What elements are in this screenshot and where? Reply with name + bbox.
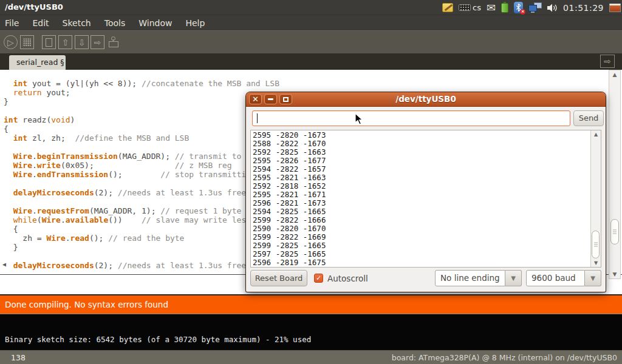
chevron-down-icon[interactable]: ▼ [505,270,522,286]
scroll-up-icon[interactable]: ▲ [609,72,620,78]
window-titlebar[interactable]: ✕ /dev/ttyUSB0 [246,92,606,107]
serial-monitor-icon [109,41,118,47]
tab-serial-read[interactable]: serial_read § [9,55,66,70]
menu-sketch[interactable]: Sketch [56,16,98,30]
autoscroll-checkbox[interactable]: ✓ [314,274,323,283]
code-line: zh = Wire.read(); // read the byte [4,234,279,243]
tab-strip: serial_read § ⇨ [0,53,622,70]
menu-window[interactable]: Window [132,16,179,30]
code-line: while(Wire.available()) // slave may wri… [4,215,279,224]
save-button[interactable]: ⇩ [75,35,89,49]
mail-icon[interactable]: ✉ [487,3,496,12]
serial-output-area[interactable]: 2595 -2820 -16732588 -2822 -16702592 -28… [250,130,601,268]
serial-line: 2595 -2826 -1677 [253,157,326,165]
scrollbar-thumb[interactable] [592,231,600,258]
serial-send-input[interactable] [252,110,570,126]
serial-line: 2596 -2819 -1675 [253,258,326,267]
tab-menu-button[interactable]: ⇨ [600,55,615,68]
autoscroll-label: Autoscroll [327,274,368,283]
stop-button[interactable] [20,35,34,49]
code-line: { [4,224,279,234]
compile-status-message: Done compiling. No syntax errors found [5,300,168,309]
send-button[interactable]: Send [573,110,604,126]
upload-button[interactable]: ⇨ [91,35,104,49]
serial-output-lines: 2595 -2820 -16732588 -2822 -16702592 -28… [253,131,326,267]
editor-scrollbar[interactable]: ▲ ▼ [609,70,621,279]
serial-line: 2594 -2822 -1657 [253,165,326,174]
session-icon[interactable] [609,4,621,12]
scroll-up-icon[interactable]: ▲ [591,132,601,137]
serial-monitor-button[interactable] [106,35,120,49]
keyboard-icon [459,4,471,11]
serial-line: 2592 -2825 -1663 [253,148,326,157]
clock[interactable]: 01:51:29 [563,3,604,13]
status-bar: 138 board: ATmega328P(A) @ 8 MHz (intern… [0,350,622,364]
bluetooth-icon[interactable]: × [514,2,523,13]
volume-icon[interactable] [547,4,558,12]
code-line: int readz(void) [4,115,279,124]
menu-help[interactable]: Help [179,16,211,30]
keyboard-layout-indicator[interactable]: cs [459,3,481,12]
battery-icon[interactable] [501,3,508,13]
code-line [4,106,279,115]
baud-rate-value: 9600 baud [526,270,585,286]
toolbar: ▷⇧⇩⇨ [0,30,622,53]
code-text: int yout = (yl|(yh << 8)); //concatenate… [4,79,279,270]
code-line: Wire.beginTransmission(MAG_ADDR); // tra… [4,152,279,161]
window-title: /dev/ttyUSB0 [246,94,606,104]
serial-line: 2599 -2825 -1665 [253,241,326,250]
serial-line: 2599 -2822 -1666 [253,216,326,224]
reset-board-button[interactable]: Reset Board [250,270,307,286]
menu-file[interactable]: File [0,16,26,30]
serial-line: 2599 -2822 -1669 [253,233,326,241]
open-icon: ⇧ [62,38,69,47]
verify-icon: ▷ [7,38,14,47]
code-line: { [4,124,279,133]
line-number: 138 [11,353,26,362]
menu-edit[interactable]: Edit [26,16,55,30]
scrollbar-thumb[interactable] [610,219,619,244]
console-output: Binary sketch size: 6542 bytes (of a 307… [5,335,311,344]
upload-icon: ⇨ [94,38,101,47]
network-icon[interactable] [528,2,542,13]
keyboard-layout-label: cs [473,3,481,12]
hscroll-left-arrow-icon[interactable]: ◀ [2,261,6,268]
serial-line: 2595 -2821 -1671 [253,190,326,199]
code-line [4,143,279,152]
compile-status-strip: Done compiling. No syntax errors found [0,294,622,314]
code-line: delayMicroseconds(2); //needs at least 1… [4,188,279,197]
active-window-title: /dev/ttyUSB0 [5,2,63,12]
verify-button[interactable]: ▷ [4,35,18,49]
serial-line: 2596 -2821 -1673 [253,199,326,207]
menu-tools[interactable]: Tools [98,16,132,30]
bluetooth-off-badge: × [520,9,525,15]
serial-output-scrollbar[interactable]: ▲ ▼ [590,130,601,267]
code-line [4,179,279,188]
chevron-down-icon[interactable]: ▼ [585,270,601,286]
system-tray: cs ✉ × 01:51:29 [442,0,621,15]
new-button[interactable] [42,35,56,49]
scroll-down-icon[interactable]: ▼ [591,260,601,266]
build-console: Binary sketch size: 6542 bytes (of a 307… [0,314,622,350]
board-info: board: ATmega328P(A) @ 8 MHz (internal) … [392,353,617,362]
serial-monitor-controls: Reset Board ✓ Autoscroll No line ending … [246,270,606,288]
code-line: int yout = (yl|(yh << 8)); //concatenate… [4,79,279,88]
code-line: return yout; [4,88,279,97]
serial-monitor-window: ✕ /dev/ttyUSB0 Send 2595 -2820 -16732588… [246,92,606,292]
code-line: Wire.write(0x05); // z MSB reg [4,161,279,170]
code-line: int zl, zh; //define the MSB and LSB [4,133,279,143]
code-line: Wire.endTransmission(); // stop transmit… [4,170,279,179]
serial-line: 2588 -2822 -1670 [253,140,326,148]
text-caret [257,113,258,123]
serial-line: 2592 -2818 -1652 [253,182,326,190]
code-line: } [4,97,279,106]
serial-line: 2597 -2825 -1665 [253,250,326,258]
line-ending-value: No line ending [435,270,505,286]
open-button[interactable]: ⇧ [58,35,72,49]
code-line: Wire.requestFrom(MAG_ADDR, 1); // reques… [4,206,279,215]
stop-icon [23,38,31,46]
notes-icon[interactable] [442,3,453,12]
code-line [4,252,279,261]
code-line [4,197,279,206]
scroll-down-icon[interactable]: ▼ [609,271,620,277]
